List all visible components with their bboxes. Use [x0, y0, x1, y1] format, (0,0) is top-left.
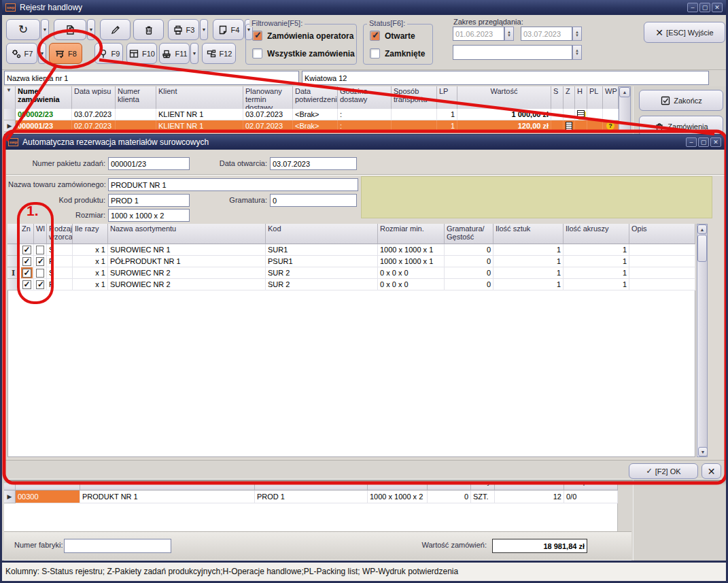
cell-sposob [392, 109, 437, 120]
reservation-button-f8[interactable]: F8 [49, 43, 82, 64]
cell-akruszy: 1 [564, 256, 629, 267]
products-header-sliver: miary Ilość ptw.MM [4, 483, 618, 490]
new-dropdown[interactable]: ▼ [87, 19, 95, 40]
wl-checkbox[interactable] [36, 269, 44, 278]
col-nazwa-asortymentu[interactable]: Nazwa asortymentu [108, 224, 266, 244]
col-gramatura-gestosc[interactable]: Gramatura/Gęstość [445, 224, 493, 244]
close-icon[interactable]: ✕ [712, 3, 723, 12]
col-opis[interactable]: Opis [629, 224, 695, 244]
press-dropdown[interactable]: ▼ [190, 43, 198, 64]
exit-button[interactable]: ✕ [ESC] Wyjście [644, 22, 725, 43]
panels-button[interactable]: F12 [202, 43, 236, 64]
open-date-input[interactable] [270, 157, 357, 170]
dialog-close-icon[interactable]: ✕ [710, 137, 721, 147]
dialog-cancel-button[interactable]: ✕ [701, 463, 721, 479]
col-ilosc-sztuk[interactable]: Ilość sztuk [493, 224, 564, 244]
minimize-icon[interactable]: – [687, 3, 698, 12]
dialog-minimize-icon[interactable]: – [686, 137, 697, 147]
range-extra-spinner[interactable]: ▲▼ [572, 45, 582, 60]
package-number-input[interactable] [108, 157, 190, 170]
zn-checkbox[interactable] [22, 269, 31, 278]
new-button[interactable] [54, 19, 86, 40]
zn-checkbox[interactable] [22, 246, 31, 254]
status-closed-checkbox[interactable] [370, 48, 380, 59]
range-to-spinner[interactable]: ▲▼ [572, 27, 582, 41]
col-kod[interactable]: Kod [266, 224, 378, 244]
hint-button[interactable]: F9 [94, 43, 123, 64]
material-row[interactable]: P x 1 SUROWIEC NR 2 SUR 2 0 x 0 x 0 0 1 … [7, 279, 695, 290]
cell-opis [629, 279, 695, 290]
col-zn[interactable]: Zn [20, 224, 34, 244]
cell-rodzaj: S [47, 267, 73, 279]
client-search-input[interactable] [4, 71, 299, 85]
factory-number-input[interactable] [64, 539, 171, 553]
status-open-checkbox[interactable] [370, 31, 380, 41]
product-row[interactable]: ▶ 00300 PRODUKT NR 1 PROD 1 1000 x 1000 … [4, 490, 618, 503]
reservation-dialog: swp Automatyczna rezerwacja materiałów s… [4, 134, 725, 480]
col-wl[interactable]: Wl [34, 224, 47, 244]
address-search-input[interactable] [302, 71, 709, 85]
wl-checkbox[interactable] [36, 246, 44, 254]
wl-checkbox[interactable] [36, 280, 44, 289]
press-button[interactable]: F11 [159, 43, 190, 64]
dialog-maximize-icon[interactable]: ▢ [698, 137, 709, 147]
range-extra-input[interactable] [453, 45, 572, 60]
range-from-spinner[interactable]: ▲▼ [504, 27, 514, 41]
material-row[interactable]: P x 1 PÓŁPRODUKT NR 1 PSUR1 1000 x 1000 … [7, 256, 695, 267]
edit-button[interactable] [100, 19, 131, 40]
col-ilosc-akruszy[interactable]: Ilość akruszy [564, 224, 629, 244]
zn-checkbox[interactable] [22, 257, 31, 266]
order-row-selected[interactable]: ▶ 000001/23 02.07.2023 KLIENT NR 1 02.07… [4, 120, 619, 132]
product-code-input[interactable] [108, 194, 190, 207]
material-row-focused[interactable]: I S x 1 SUROWIEC NR 2 SUR 2 0 x 0 x 0 0 … [7, 267, 695, 279]
printer-icon [173, 24, 184, 35]
cell-numer: 000001/23 [16, 120, 72, 132]
cell-wartosc: 1 000,00 zł [457, 109, 551, 120]
col-rozmiar-min[interactable]: Rozmiar min. [378, 224, 445, 244]
orders-scrollbar[interactable]: ▲ [619, 86, 631, 133]
refresh-dropdown[interactable]: ▼ [41, 19, 49, 40]
col-ile-razy[interactable]: Ile razy [73, 224, 108, 244]
delete-button[interactable] [133, 19, 164, 40]
col-rodzaj[interactable]: Rodzaj wzorca [47, 224, 73, 244]
exit-x-icon: ✕ [655, 27, 663, 38]
settings-button[interactable]: F7 [6, 43, 37, 64]
pencil-icon [110, 24, 121, 35]
wl-checkbox[interactable] [36, 257, 44, 266]
dialog-scrollbar[interactable]: ▲ ▼ [697, 224, 708, 457]
cell-rozmiar: 0 x 0 x 0 [378, 267, 445, 279]
maximize-icon[interactable]: ▢ [699, 3, 710, 12]
print-dropdown[interactable]: ▼ [200, 19, 208, 40]
zn-checkbox[interactable] [22, 280, 31, 289]
cell-opis [629, 267, 695, 279]
cell-godz: : [338, 109, 392, 120]
filter-operator-label: Zamówienia operatora [267, 31, 353, 41]
finish-button[interactable]: Zakończ [639, 90, 723, 111]
refresh-button[interactable]: ↻ [6, 19, 40, 40]
filter-all-checkbox[interactable] [252, 48, 262, 59]
col-ptw-sliver: Ilość ptw.MM [566, 483, 609, 486]
ok-button[interactable]: ✓ [F2] OK [629, 463, 698, 479]
cell-opis [629, 256, 695, 267]
range-to-input[interactable] [521, 27, 572, 41]
material-row[interactable]: S x 1 SUROWIEC NR 1 SUR1 1000 x 1000 x 1… [7, 244, 695, 256]
rejestr-handlowy-window: swp Rejestr handlowy – ▢ ✕ ↻ ▼ ▼ F3 ▼ F4… [0, 0, 728, 583]
page-button[interactable]: F4 [213, 19, 244, 40]
cell-ile: x 1 [73, 279, 108, 290]
cell-sztuk: 1 [493, 256, 564, 267]
grammage-input[interactable] [270, 194, 357, 207]
size-input[interactable] [108, 209, 190, 222]
order-row[interactable]: 000002/23 03.07.2023 KLIENT NR 1 03.07.2… [4, 109, 619, 120]
print-button[interactable]: F3 [168, 19, 199, 40]
orders-button-label: Zamówienia [668, 122, 708, 131]
cell-ile: x 1 [73, 267, 108, 279]
status-open-label: Otwarte [385, 31, 415, 41]
filter-operator-checkbox[interactable] [252, 31, 262, 41]
range-from-input[interactable] [453, 27, 504, 41]
grid-button[interactable]: F10 [126, 43, 157, 64]
cell-rodzaj: P [47, 279, 73, 290]
settings-dropdown[interactable]: ▼ [38, 43, 46, 64]
desk-icon [54, 48, 65, 59]
ordered-product-input[interactable] [108, 178, 358, 191]
gears-icon [11, 48, 22, 59]
